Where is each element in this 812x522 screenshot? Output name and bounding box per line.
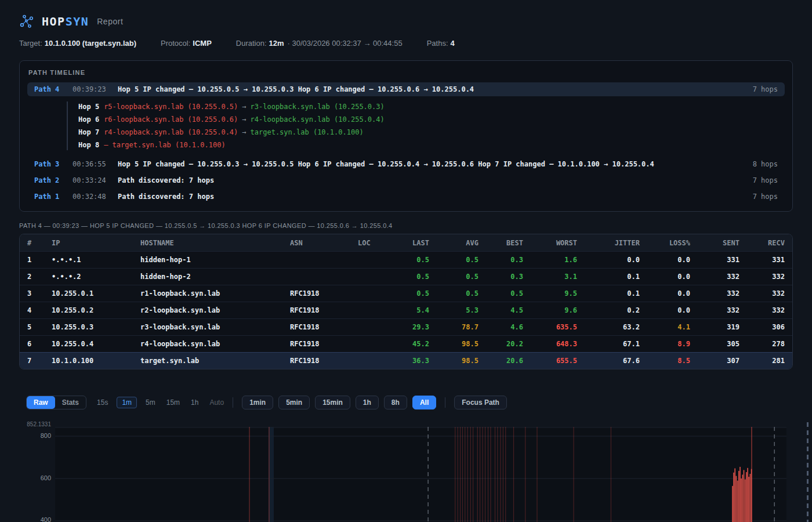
timeline-event-row[interactable]: Path 200:33:24Path discovered: 7 hops7 h… xyxy=(27,173,785,187)
hop-row[interactable]: 2•.•.•.2hidden-hop-20.50.50.33.10.10.033… xyxy=(20,268,792,285)
hop-change-new: target.syn.lab (10.1.0.100) xyxy=(251,128,364,136)
range-button-5min[interactable]: 5min xyxy=(278,396,310,409)
hop-cell: 319 xyxy=(690,323,740,331)
timeline-event-time: 00:33:24 xyxy=(72,176,118,184)
latency-chart-svg xyxy=(55,427,786,522)
latency-spike-bar xyxy=(748,477,749,522)
hop-change-label: Hop 6 xyxy=(78,115,99,124)
interval-option-5m[interactable]: 5m xyxy=(146,398,155,407)
view-toggle-raw[interactable]: Raw xyxy=(27,396,55,409)
range-button-8h[interactable]: 8h xyxy=(384,396,407,409)
hop-cell: 20.2 xyxy=(478,340,523,348)
hop-cell: 331 xyxy=(740,256,785,264)
range-button-1min[interactable]: 1min xyxy=(242,396,273,409)
hop-cell: 0.0 xyxy=(577,256,640,264)
latency-spike-bar xyxy=(746,472,747,522)
hop-cell: 45.2 xyxy=(384,340,429,348)
hop-cell: 0.5 xyxy=(384,289,429,298)
hop-row[interactable]: 710.1.0.100target.syn.labRFC191836.398.5… xyxy=(20,352,792,369)
hop-cell: 0.0 xyxy=(640,256,690,264)
column-header: LOC xyxy=(358,239,384,247)
latency-spike-bar xyxy=(745,480,746,522)
hop-cell: 5.3 xyxy=(429,306,478,314)
hop-row[interactable]: 310.255.0.1r1-loopback.syn.labRFC19180.5… xyxy=(20,285,792,302)
column-header: AVG xyxy=(429,239,478,247)
hop-cell: 4.1 xyxy=(640,323,690,331)
hop-cell: hidden-hop-2 xyxy=(140,273,290,281)
hop-cell: 332 xyxy=(740,306,785,314)
timeline-event-row[interactable]: Path 300:36:55Hop 5 IP changed — 10.255.… xyxy=(27,157,785,171)
hop-row[interactable]: 510.255.0.3r3-loopback.syn.labRFC191829.… xyxy=(20,318,792,335)
hop-cell: 0.5 xyxy=(429,289,478,298)
hop-change-line: Hop 7r4-loopback.syn.lab (10.255.0.4)→ta… xyxy=(78,128,785,136)
focus-path-button[interactable]: Focus Path xyxy=(454,396,507,409)
hop-cell: 7 xyxy=(20,357,52,365)
latency-spike-bar xyxy=(732,486,733,522)
interval-option-1m[interactable]: 1m xyxy=(117,397,137,408)
page-title: Report xyxy=(97,17,123,26)
meta-target: Target:10.1.0.100 (target.syn.lab) xyxy=(19,39,136,48)
hop-row[interactable]: 410.255.0.2r2-loopback.syn.labRFC19185.4… xyxy=(20,302,792,318)
hop-change-old: r4-loopback.syn.lab (10.255.0.4) xyxy=(104,128,238,136)
hop-cell: 10.255.0.2 xyxy=(52,306,140,314)
hop-cell: 78.7 xyxy=(429,323,478,331)
hop-cell: 67.1 xyxy=(577,340,640,348)
interval-option-1h[interactable]: 1h xyxy=(191,398,198,407)
hop-cell: 332 xyxy=(690,289,740,298)
interval-option-15s[interactable]: 15s xyxy=(97,398,108,407)
timeline-hop-count: 7 hops xyxy=(753,85,778,93)
app-header: HOPSYN Report Target:10.1.0.100 (target.… xyxy=(0,0,812,48)
timeline-event-row[interactable]: Path 400:39:23Hop 5 IP changed — 10.255.… xyxy=(27,82,785,96)
column-header: HOSTNAME xyxy=(140,239,290,247)
hop-cell: 63.2 xyxy=(577,323,640,331)
raw-stats-toggle: RawStats xyxy=(26,396,86,409)
column-header: ASN xyxy=(290,239,358,247)
hop-cell: 305 xyxy=(690,340,740,348)
latency-spike-bar xyxy=(740,467,741,522)
hop-row[interactable]: 610.255.0.4r4-loopback.syn.labRFC191845.… xyxy=(20,335,792,352)
y-axis-tick-label: 600 xyxy=(0,474,51,481)
hop-cell: 98.5 xyxy=(429,340,478,348)
hop-row[interactable]: 1•.•.•.1hidden-hop-10.50.50.31.60.00.033… xyxy=(20,251,792,268)
meta-duration-range: · 30/03/2026 00:32:37 → 00:44:55 xyxy=(288,39,403,48)
hop-cell: 332 xyxy=(690,273,740,281)
brand-wordmark: HOPSYN xyxy=(42,14,89,28)
hop-cell: 9.6 xyxy=(523,306,577,314)
meta-paths-value: 4 xyxy=(451,39,455,48)
timeline-event-message: Path discovered: 7 hops xyxy=(118,176,746,184)
y-axis-max-label: 852.1331 xyxy=(0,421,51,427)
hop-cell: 0.1 xyxy=(577,289,640,298)
meta-protocol-value: ICMP xyxy=(193,39,212,48)
interval-option-15m[interactable]: 15m xyxy=(166,398,180,407)
column-header: LAST xyxy=(384,239,429,247)
interval-option-auto[interactable]: Auto xyxy=(209,398,224,407)
hop-cell: 0.3 xyxy=(478,256,523,264)
hop-change-line: Hop 5r5-loopback.syn.lab (10.255.0.5)→r3… xyxy=(78,103,785,111)
latency-spike-bar xyxy=(736,476,737,522)
brand-hop: HOP xyxy=(42,14,66,28)
hop-cell: 655.5 xyxy=(523,357,577,365)
timeline-event-row[interactable]: Path 100:32:48Path discovered: 7 hops7 h… xyxy=(27,190,785,204)
hop-cell: r2-loopback.syn.lab xyxy=(140,306,290,314)
latency-plot-area[interactable] xyxy=(55,427,786,522)
hop-cell: 5.4 xyxy=(384,306,429,314)
y-axis-tick-label: 800 xyxy=(0,432,51,439)
range-button-1h[interactable]: 1h xyxy=(356,396,379,409)
hop-cell: 3 xyxy=(20,289,52,298)
timeline-event-time: 00:36:55 xyxy=(72,160,118,168)
hop-change-label: Hop 5 xyxy=(78,103,99,111)
range-button-15min[interactable]: 15min xyxy=(315,396,350,409)
hop-cell: 3.1 xyxy=(523,273,577,281)
hop-cell: 332 xyxy=(690,306,740,314)
hop-cell: 306 xyxy=(740,323,785,331)
hop-cell: 8.9 xyxy=(640,340,690,348)
hop-change-old: — target.syn.lab (10.1.0.100) xyxy=(104,141,226,149)
latency-spike-bar xyxy=(744,470,745,522)
hop-cell: 10.1.0.100 xyxy=(52,357,140,365)
range-button-all[interactable]: All xyxy=(412,396,436,409)
view-toggle-stats[interactable]: Stats xyxy=(55,396,86,409)
timeline-event-message: Hop 5 IP changed — 10.255.0.3 → 10.255.0… xyxy=(118,160,746,168)
timeline-path-label: Path 1 xyxy=(34,193,72,201)
hop-cell: 0.5 xyxy=(478,289,523,298)
hop-cell: 2 xyxy=(20,273,52,281)
